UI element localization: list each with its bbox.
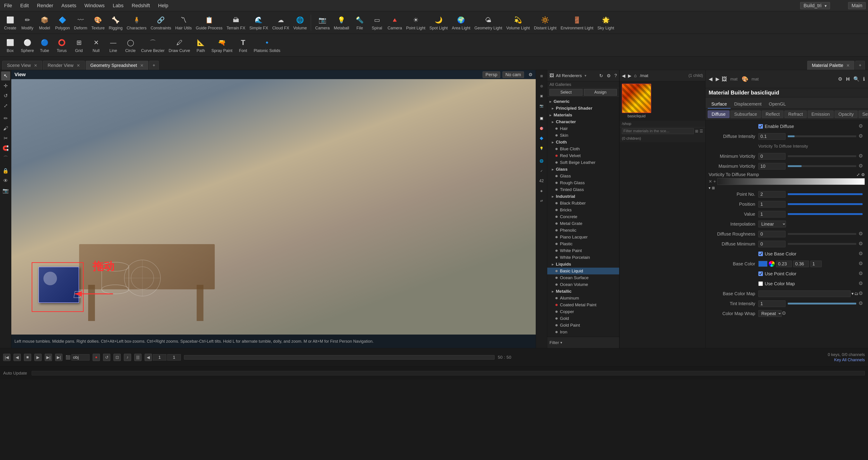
menu-redshift[interactable]: Redshift	[130, 3, 152, 8]
tab-render[interactable]: Render View ✕	[43, 61, 85, 70]
min-vorticity-slider[interactable]	[788, 155, 856, 157]
tab-render-close[interactable]: ✕	[76, 63, 80, 68]
tree-item-ocean-surface[interactable]: Ocean Surface	[547, 274, 619, 281]
tree-item-glass[interactable]: Glass	[547, 173, 619, 180]
tool-rotate[interactable]: ↺	[1, 91, 10, 100]
tab-geometry[interactable]: Geometry Spreadsheet ✕	[86, 61, 148, 70]
ramp-gear[interactable]: ⚙	[861, 172, 865, 177]
right-tool-5[interactable]: 🔲	[537, 114, 546, 123]
ramp-arrow-down[interactable]: ▾	[709, 186, 710, 190]
tree-item-piano-lacquer[interactable]: Piano Lacquer	[547, 234, 619, 241]
select-button[interactable]: Select	[550, 89, 583, 96]
filter-dropdown-icon[interactable]: ▾	[560, 340, 562, 345]
value-ramp-input[interactable]	[758, 211, 785, 217]
toolbar-skylight[interactable]: 🌤 Geometry Light	[473, 14, 504, 31]
tree-item-industrial[interactable]: ▸Industrial	[547, 193, 619, 200]
key-all-label[interactable]: Key All Channels	[834, 358, 865, 362]
tool-knife[interactable]: ✂	[1, 134, 10, 143]
right-tool-9[interactable]: 🌐	[537, 156, 546, 165]
diffuse-intensity-gear[interactable]: ⚙	[859, 133, 865, 140]
toolbar-hairutils[interactable]: 〽 Hair Utils	[174, 14, 193, 31]
obj-input[interactable]	[71, 354, 90, 361]
next-frame-btn[interactable]: ▶|	[45, 354, 52, 361]
tree-item-generic[interactable]: ▸Generic	[547, 98, 619, 105]
sound-btn[interactable]: ♪	[124, 354, 131, 361]
settings-icon[interactable]: ⚙	[607, 73, 611, 79]
interpolation-select[interactable]: Linear Ease In Ease Out Step	[758, 221, 786, 227]
diffuse-roughness-input[interactable]	[758, 231, 785, 237]
tree-item-plastic[interactable]: Plastic	[547, 241, 619, 247]
toolbar-characters[interactable]: 🧍 Characters	[125, 14, 148, 31]
base-color-gear[interactable]: ⚙	[859, 260, 865, 267]
tree-item-soft-beige-leather[interactable]: Soft Beige Leather	[547, 159, 619, 166]
toolbar-deform[interactable]: 〰 Deform	[72, 14, 89, 31]
project-dropdown-icon[interactable]: ▾	[825, 4, 827, 8]
tree-item-glass[interactable]: ▸Glass	[547, 166, 619, 173]
right-tool-1[interactable]: ⊞	[537, 71, 546, 81]
multiframe-btn[interactable]: |||	[134, 354, 142, 361]
frame-input-1[interactable]	[153, 354, 166, 361]
max-vorticity-slider[interactable]	[788, 165, 856, 167]
tree-item-skin[interactable]: Skin	[547, 132, 619, 139]
props-tab-surface[interactable]: Surface	[708, 100, 731, 109]
right-tool-6[interactable]: 🎯	[537, 124, 546, 133]
diffuse-minimum-slider[interactable]	[788, 243, 856, 245]
toolbar-spraypaint[interactable]: 🔫 Spray Paint	[210, 36, 234, 54]
refresh-icon[interactable]: ↻	[599, 73, 603, 79]
diffuse-intensity-input[interactable]	[758, 133, 785, 140]
toolbar-distantlight[interactable]: 🌙 Spot Light	[428, 14, 449, 31]
use-color-map-checkbox[interactable]	[758, 281, 763, 286]
tree-item-blue-cloth[interactable]: Blue Cloth	[547, 146, 619, 152]
toolbar-circle[interactable]: ◯ Circle	[123, 36, 138, 54]
position-input[interactable]	[758, 201, 785, 208]
use-point-color-checkbox[interactable]	[758, 272, 763, 276]
tab-geometry-close[interactable]: ✕	[140, 63, 144, 68]
tool-pen[interactable]: ✏	[1, 114, 10, 123]
tool-magnet[interactable]: 🧲	[1, 144, 10, 153]
tree-item-phenolic[interactable]: Phenolic	[547, 227, 619, 234]
nocam-button[interactable]: No cam	[502, 71, 524, 78]
menu-labs[interactable]: Labs	[111, 3, 125, 8]
toolbar-polygon[interactable]: 🔷 Polygon	[54, 14, 71, 31]
menu-render[interactable]: Render	[35, 3, 55, 8]
tree-item-hair[interactable]: Hair	[547, 125, 619, 132]
toolbar-causticlight[interactable]: 🔆 Distant Light	[532, 14, 558, 31]
menu-assets[interactable]: Assets	[60, 3, 78, 8]
tree-item-white-porcelain[interactable]: White Porcelain	[547, 254, 619, 261]
tint-intensity-input[interactable]	[758, 300, 785, 307]
mat-back-icon[interactable]: ◀	[622, 73, 625, 79]
tab-material-palette[interactable]: Material Palette ✕	[807, 61, 855, 70]
tool-select[interactable]: ↖	[1, 71, 10, 81]
toolbar-box[interactable]: ⬜ Box	[2, 36, 18, 54]
tree-item-tinted-glass[interactable]: Tinted Glass	[547, 186, 619, 193]
base-color-swatch[interactable]	[758, 261, 767, 267]
right-tool-10[interactable]: ✓	[537, 166, 546, 176]
toolbar-envlight[interactable]: 🌍 Area Light	[451, 14, 472, 31]
diffuse-roughness-slider[interactable]	[788, 233, 856, 235]
tab-scene[interactable]: Scene View ✕	[2, 61, 42, 70]
play-btn[interactable]: ▶	[34, 354, 41, 361]
toolbar-geometrylight[interactable]: 🔺 Camera	[386, 14, 403, 31]
props-subtab-refract[interactable]: Refract	[784, 111, 807, 118]
props-subtab-subsurface[interactable]: Subsurface	[730, 111, 761, 118]
tool-scale[interactable]: ⤢	[1, 101, 10, 110]
dropdown-icon[interactable]: ▾	[585, 73, 586, 78]
props-forward-icon[interactable]: ▶	[716, 76, 719, 82]
tree-item-cloth[interactable]: ▸Cloth	[547, 139, 619, 146]
use-point-color-gear[interactable]: ⚙	[859, 271, 865, 277]
tree-item-metal-grate[interactable]: Metal Grate	[547, 220, 619, 227]
tab-add[interactable]: +	[149, 61, 159, 70]
base-color-b-input[interactable]	[810, 260, 822, 267]
max-vorticity-gear[interactable]: ⚙	[859, 163, 865, 169]
use-color-map-gear[interactable]: ⚙	[859, 280, 865, 287]
mat-forward-icon[interactable]: ▶	[628, 73, 631, 79]
right-tool-13[interactable]: ⇄	[537, 196, 546, 205]
diffuse-minimum-input[interactable]	[758, 241, 785, 247]
persp-button[interactable]: Persp	[483, 71, 500, 78]
toolbar-gilight[interactable]: 💫 Volume Light	[505, 14, 531, 31]
right-tool-4[interactable]: 📷	[537, 101, 546, 110]
tab-scene-close[interactable]: ✕	[34, 63, 37, 68]
toolbar-camera[interactable]: 📷 Camera	[314, 14, 331, 31]
ramp-close-icon[interactable]: ✕	[709, 179, 712, 184]
record-btn[interactable]: ●	[93, 354, 100, 361]
